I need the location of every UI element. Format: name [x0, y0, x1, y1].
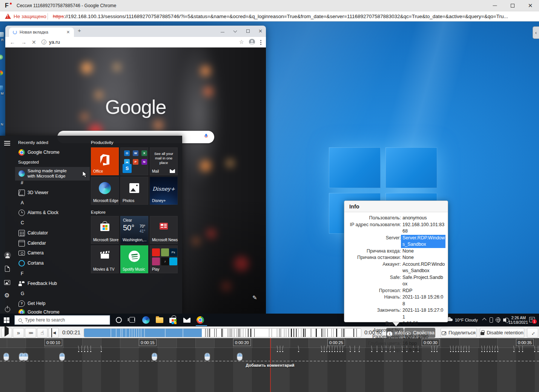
mail-taskbar-icon[interactable]: [183, 318, 190, 323]
add-comment-label[interactable]: Добавить комментарий: [232, 363, 308, 368]
remote-close-button[interactable]: ✕: [258, 29, 263, 34]
file-explorer-icon[interactable]: [156, 317, 163, 323]
key-event-marker[interactable]: [321, 351, 322, 352]
key-event-marker[interactable]: [519, 351, 520, 352]
chrome-taskbar-icon[interactable]: [197, 316, 204, 324]
tray-device-icon[interactable]: [490, 317, 493, 323]
tile-movies[interactable]: Movies & TV: [91, 245, 119, 273]
key-event-marker[interactable]: [537, 351, 539, 352]
key-event-marker[interactable]: [282, 351, 283, 352]
mouse-event-marker[interactable]: [4, 353, 9, 360]
microphone-icon[interactable]: [204, 134, 207, 138]
key-event-marker[interactable]: [489, 351, 490, 352]
start-menu[interactable]: ⚙ Recently addedGoogle ChromeSuggestedSa…: [0, 136, 182, 316]
key-event-marker[interactable]: [342, 351, 343, 352]
key-event-marker[interactable]: [463, 351, 464, 352]
tile-play[interactable]: Ps♪Play: [150, 245, 178, 273]
forward-icon[interactable]: →: [21, 39, 26, 45]
tile-disney[interactable]: Disney+Disney+: [150, 177, 178, 205]
chevron-down-icon[interactable]: [233, 29, 238, 34]
key-event-marker[interactable]: [324, 351, 325, 352]
tile-mail[interactable]: See all your mail in one placeMail: [150, 147, 178, 175]
key-event-marker[interactable]: [522, 351, 523, 352]
key-event-marker[interactable]: [513, 351, 514, 352]
pointer-follow-button[interactable]: ☝: [37, 328, 48, 338]
minimize-button[interactable]: [486, 0, 504, 11]
tile-office[interactable]: Office: [91, 147, 119, 175]
store-taskbar-icon[interactable]: [169, 316, 177, 324]
stop-icon[interactable]: ✕: [32, 39, 36, 45]
key-event-marker[interactable]: [84, 351, 85, 352]
url-text[interactable]: https://192.168.100.13/sessions/11168927…: [53, 14, 508, 19]
taskbar-search-input[interactable]: Type here to search: [14, 315, 110, 325]
taskbar-clock[interactable]: 2:26 AM 11/18/2021: [508, 315, 526, 325]
action-center-icon[interactable]: 1: [529, 317, 535, 322]
key-event-marker[interactable]: [534, 351, 535, 352]
event-timeline[interactable]: 0:00:100:00:150:00:200:00:250:00:300:00:…: [0, 338, 539, 392]
seek-bar[interactable]: [84, 328, 361, 337]
edge-taskbar-icon[interactable]: [142, 316, 150, 324]
recycle-bin-icon[interactable]: [0, 32, 4, 37]
key-event-marker[interactable]: [461, 351, 462, 352]
key-event-marker[interactable]: [494, 351, 496, 352]
key-event-marker[interactable]: [326, 351, 327, 352]
fast-forward-button[interactable]: »»: [25, 328, 36, 338]
key-event-marker[interactable]: [101, 351, 102, 352]
key-event-marker[interactable]: [329, 351, 330, 352]
new-tab-button[interactable]: +: [77, 28, 82, 33]
mouse-event-marker[interactable]: [23, 353, 28, 360]
taskbar[interactable]: Type here to search 10°F Cloudy 2:26 AM …: [0, 314, 539, 326]
skip-to-start-button[interactable]: ◀: [48, 328, 59, 338]
tile-news[interactable]: Microsoft News: [150, 216, 178, 244]
key-event-marker[interactable]: [334, 351, 335, 352]
tab-close-icon[interactable]: ✕: [66, 30, 70, 35]
retention-button[interactable]: Disable retention: [480, 328, 524, 338]
key-event-marker[interactable]: [332, 351, 333, 352]
desktop-app-icon[interactable]: [0, 70, 3, 75]
key-event-marker[interactable]: [277, 351, 278, 352]
play-button[interactable]: [1, 328, 12, 338]
cortana-icon[interactable]: [116, 317, 122, 323]
key-event-marker[interactable]: [453, 351, 454, 352]
speaker-icon[interactable]: [503, 318, 505, 322]
key-event-marker[interactable]: [337, 351, 338, 352]
security-warning[interactable]: Не защищено: [14, 14, 46, 19]
key-event-marker[interactable]: [339, 351, 341, 352]
close-button[interactable]: ✕: [522, 0, 539, 11]
remote-address[interactable]: ya.ru: [49, 39, 60, 45]
tile-photos[interactable]: Photos: [120, 177, 148, 205]
key-event-marker[interactable]: [78, 351, 79, 352]
side-panel-toggle[interactable]: ‹: [533, 26, 539, 39]
key-event-marker[interactable]: [455, 351, 456, 352]
back-icon[interactable]: ←: [10, 39, 15, 45]
desktop-app-icon[interactable]: [0, 86, 3, 90]
key-event-marker[interactable]: [468, 351, 470, 352]
key-event-marker[interactable]: [458, 351, 459, 352]
key-event-marker[interactable]: [487, 351, 488, 352]
tile-weather[interactable]: Clear50°70°41°Washington,...: [120, 216, 148, 244]
key-event-marker[interactable]: [298, 351, 299, 352]
profile-avatar[interactable]: [249, 39, 255, 45]
key-event-marker[interactable]: [466, 351, 467, 352]
site-info-icon[interactable]: i: [41, 40, 46, 44]
mouse-event-marker[interactable]: [60, 353, 64, 360]
key-event-marker[interactable]: [484, 351, 485, 352]
browser-tab[interactable]: Новая вкладка ✕: [9, 28, 74, 37]
tile-spotify[interactable]: Spotify Music: [120, 245, 148, 273]
mouse-event-marker[interactable]: [152, 353, 157, 360]
skip-forward-button[interactable]: »: [13, 328, 24, 338]
start-button-icon[interactable]: [4, 317, 9, 323]
key-event-marker[interactable]: [450, 351, 451, 352]
task-view-icon[interactable]: [129, 317, 135, 323]
fullscreen-button[interactable]: ↔: [527, 328, 538, 338]
key-event-marker[interactable]: [497, 351, 498, 352]
key-event-marker[interactable]: [81, 351, 82, 352]
taskbar-weather-text[interactable]: 10°F Cloudy: [455, 318, 478, 322]
tile-office-apps[interactable]: OWX☁PNS: [120, 147, 148, 175]
tile-store[interactable]: Microsoft Store: [91, 216, 119, 244]
key-event-marker[interactable]: [492, 351, 493, 352]
bookmark-star-icon[interactable]: ☆: [239, 39, 244, 45]
mouse-event-marker[interactable]: [205, 353, 210, 360]
maximize-button[interactable]: [504, 0, 521, 11]
customize-pencil-icon[interactable]: ✎: [252, 294, 257, 301]
